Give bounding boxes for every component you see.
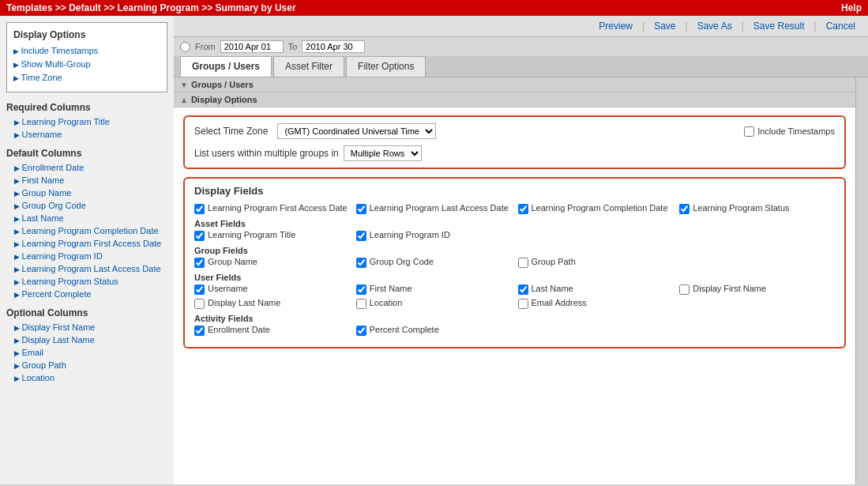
list-item[interactable]: Email <box>6 347 167 358</box>
field-checkbox-group-path[interactable] <box>518 258 528 268</box>
from-radio[interactable] <box>180 42 190 52</box>
field-item: Display First Name <box>679 284 835 295</box>
tab-asset-filter[interactable]: Asset Filter <box>273 56 344 77</box>
field-label: Group Org Code <box>370 257 434 266</box>
multigroup-select[interactable]: Multiple Rows Single Row <box>344 145 422 161</box>
save-result-button[interactable]: Save Result <box>749 21 810 32</box>
field-checkbox-lp-last-access[interactable] <box>356 204 366 214</box>
field-item <box>679 230 835 241</box>
time-zone-link[interactable]: Time Zone <box>21 73 62 82</box>
cancel-button[interactable]: Cancel <box>821 21 860 32</box>
field-item: Enrollment Date <box>194 325 350 336</box>
list-item[interactable]: Last Name <box>6 213 167 224</box>
default-columns-title: Default Columns <box>6 148 167 159</box>
optional-columns-list: Display First Name Display Last Name Ema… <box>6 322 167 383</box>
include-timestamps-check: Include Timestamps <box>744 126 835 137</box>
groups-users-section-header[interactable]: ▼ Groups / Users <box>174 77 855 92</box>
help-link[interactable]: Help <box>841 2 862 13</box>
field-checkbox-percent-complete[interactable] <box>356 326 366 336</box>
group-fields-title: Group Fields <box>194 246 835 255</box>
field-checkbox-lp-id[interactable] <box>356 231 366 241</box>
field-item: Group Path <box>518 257 674 268</box>
preview-button[interactable]: Preview <box>594 21 637 32</box>
field-checkbox-enrollment-date[interactable] <box>194 326 205 336</box>
list-item[interactable]: Username <box>6 129 167 140</box>
main-content: ▼ Groups / Users ▲ Display Options Selec… <box>174 77 855 484</box>
field-checkbox-group-org-code[interactable] <box>356 258 366 268</box>
scrollbar[interactable] <box>855 77 868 484</box>
toolbar: Preview | Save | Save As | Save Result |… <box>174 16 868 37</box>
field-label: Username <box>208 284 248 293</box>
field-item <box>679 257 835 268</box>
list-item[interactable]: Location <box>6 372 167 383</box>
list-item[interactable]: First Name <box>6 175 167 186</box>
breadcrumb: Templates >> Default >> Learning Program… <box>6 2 296 13</box>
field-label: Email Address <box>532 298 587 307</box>
display-option-item[interactable]: Show Multi-Group <box>13 58 160 70</box>
field-label: Display Last Name <box>208 298 280 307</box>
field-item: Username <box>194 284 350 295</box>
user-fields-title: User Fields <box>194 273 835 282</box>
list-item[interactable]: Learning Program Last Access Date <box>6 263 167 274</box>
field-checkbox-location[interactable] <box>356 299 366 309</box>
field-checkbox-lp-title[interactable] <box>194 231 205 241</box>
display-option-item[interactable]: Time Zone <box>13 72 160 83</box>
field-item: Learning Program Status <box>679 203 835 214</box>
activity-fields-title: Activity Fields <box>194 314 835 323</box>
tab-groups-users[interactable]: Groups / Users <box>180 56 272 77</box>
optional-columns-title: Optional Columns <box>6 307 167 318</box>
field-checkbox-username[interactable] <box>194 284 205 295</box>
field-checkbox-last-name[interactable] <box>518 284 528 295</box>
list-item[interactable]: Enrollment Date <box>6 162 167 173</box>
save-button[interactable]: Save <box>649 21 680 32</box>
field-checkbox-display-first-name[interactable] <box>679 284 690 295</box>
timezone-row: Select Time Zone (GMT) Coordinated Unive… <box>194 123 835 139</box>
field-label: Learning Program Status <box>693 203 789 213</box>
list-item[interactable]: Learning Program Status <box>6 276 167 287</box>
list-item[interactable]: Group Path <box>6 360 167 371</box>
list-item[interactable]: Group Org Code <box>6 200 167 211</box>
list-item[interactable]: Learning Program ID <box>6 251 167 262</box>
required-columns-title: Required Columns <box>6 102 167 113</box>
field-checkbox-group-name[interactable] <box>194 258 205 268</box>
field-label: Learning Program First Access Date <box>208 203 348 213</box>
list-item[interactable]: Learning Program Completion Date <box>6 225 167 236</box>
field-item: Percent Complete <box>356 325 512 336</box>
field-checkbox-lp-first-access[interactable] <box>194 204 205 214</box>
save-as-button[interactable]: Save As <box>693 21 737 32</box>
list-item[interactable]: Learning Program First Access Date <box>6 238 167 249</box>
field-checkbox-display-last-name[interactable] <box>194 299 205 309</box>
field-label: Enrollment Date <box>208 325 270 334</box>
list-item[interactable]: Group Name <box>6 187 167 198</box>
include-timestamps-link[interactable]: Include Timestamps <box>21 46 99 55</box>
groups-users-header-label: Groups / Users <box>191 80 254 89</box>
required-columns-list: Learning Program Title Username <box>6 116 167 140</box>
activity-fields-grid: Enrollment Date Percent Complete <box>194 325 835 336</box>
include-timestamps-checkbox[interactable] <box>744 126 754 137</box>
from-date-input[interactable] <box>220 40 284 53</box>
default-fields-grid: Learning Program First Access Date Learn… <box>194 203 835 214</box>
group-fields-grid: Group Name Group Org Code Group Path <box>194 257 835 268</box>
timezone-select[interactable]: (GMT) Coordinated Universal Time (GMT-05… <box>277 123 436 139</box>
list-item[interactable]: Display First Name <box>6 322 167 333</box>
display-option-item[interactable]: Include Timestamps <box>13 45 160 56</box>
display-options-box: Display Options Include Timestamps Show … <box>6 22 167 92</box>
display-options-title: Display Options <box>13 29 160 40</box>
field-item: Learning Program Completion Date <box>518 203 674 214</box>
tab-filter-options[interactable]: Filter Options <box>346 56 426 77</box>
display-fields-section: Display Fields Learning Program First Ac… <box>183 177 846 348</box>
list-item[interactable]: Percent Complete <box>6 288 167 300</box>
field-checkbox-lp-completion[interactable] <box>518 204 528 214</box>
field-checkbox-first-name[interactable] <box>356 284 366 295</box>
field-checkbox-email-address[interactable] <box>518 299 528 309</box>
list-item[interactable]: Display Last Name <box>6 334 167 345</box>
list-item[interactable]: Learning Program Title <box>6 116 167 127</box>
field-item: Location <box>356 298 512 309</box>
show-multi-group-link[interactable]: Show Multi-Group <box>21 59 91 69</box>
field-item: Group Org Code <box>356 257 512 268</box>
to-date-input[interactable] <box>302 40 365 53</box>
tabs: Groups / Users Asset Filter Filter Optio… <box>174 56 868 77</box>
field-label: Group Name <box>208 257 257 266</box>
field-checkbox-lp-status[interactable] <box>679 204 690 214</box>
display-options-section-header[interactable]: ▲ Display Options <box>174 92 855 107</box>
